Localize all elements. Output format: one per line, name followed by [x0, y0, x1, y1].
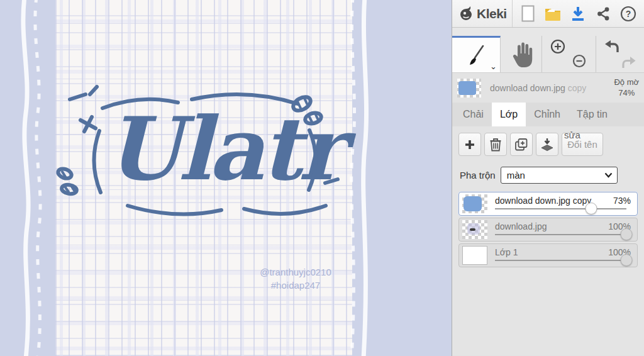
layer-opacity-slider[interactable] [495, 234, 626, 235]
kleki-logo-icon [458, 5, 475, 22]
brush-icon [464, 43, 488, 68]
layer-name: download.jpg [495, 221, 547, 231]
tab-brush[interactable]: Chải [455, 103, 492, 126]
hand-icon [509, 40, 534, 68]
layer-opacity-value: 73% [613, 196, 631, 206]
kleki-side-panel: Kleki [452, 0, 644, 356]
layer-opacity-handle[interactable] [621, 254, 633, 266]
hand-lettering-text: Ulatr [106, 106, 332, 192]
zoom-tools [542, 36, 596, 72]
blend-mode-value: màn [507, 170, 525, 181]
layer-opacity-handle[interactable] [621, 228, 633, 240]
svg-text:?: ? [626, 9, 631, 19]
redo-button[interactable] [621, 54, 638, 69]
layer-name: Lớp 1 [495, 247, 518, 257]
app-title: Kleki [477, 6, 507, 21]
layer-actions-row: Đổi tên sửa [452, 126, 644, 156]
layer-row[interactable]: Lớp 1 100% [458, 243, 638, 267]
layer-row[interactable]: download.jpg 100% [458, 218, 638, 242]
help-button[interactable]: ? [619, 4, 638, 23]
save-download-button[interactable] [569, 4, 587, 23]
layer-row[interactable]: download down.jpg copy 73% [458, 192, 638, 216]
trash-icon [489, 137, 502, 152]
zoom-in-button[interactable] [550, 38, 566, 55]
opacity-label: Độ mờ [614, 77, 639, 88]
tab-edit[interactable]: Chỉnh [526, 103, 569, 126]
delete-layer-button[interactable] [484, 133, 507, 156]
layer-thumbnail [462, 246, 487, 265]
new-file-button[interactable] [519, 4, 538, 23]
topbar-actions: ? [513, 0, 644, 27]
merge-down-icon [540, 137, 555, 152]
new-file-icon [521, 5, 535, 22]
folder-icon [544, 6, 562, 21]
drawing-canvas[interactable]: Ulatr @tranthuyjc0 [0, 0, 452, 356]
duplicate-layer-button[interactable] [510, 133, 533, 156]
chevron-down-icon[interactable]: ⌄ [490, 62, 497, 70]
share-button[interactable] [594, 4, 613, 23]
download-icon [570, 6, 586, 22]
chevron-down-icon [604, 172, 613, 178]
merge-layer-button[interactable] [536, 133, 558, 156]
brush-tool-button[interactable]: ⌄ [452, 36, 501, 72]
opacity-value: 74% [614, 88, 639, 99]
rename-layer-button[interactable]: Đổi tên [562, 133, 603, 156]
watermark-line1: @tranthuyjc0210 [230, 265, 361, 279]
kleki-logo[interactable]: Kleki [452, 0, 512, 27]
blend-mode-select[interactable]: màn [501, 167, 618, 184]
active-layer-info: download down.jpg copy Độ mờ 74% [452, 73, 644, 103]
tab-file[interactable]: Tập tin [569, 103, 616, 126]
undo-button[interactable] [602, 38, 620, 55]
opacity-indicator: Độ mờ 74% [614, 77, 640, 99]
history-tools [596, 36, 644, 72]
layer-opacity-handle[interactable] [585, 203, 597, 214]
plus-icon [464, 138, 476, 151]
tab-layers[interactable]: Lớp [492, 103, 526, 126]
zoom-out-button[interactable] [572, 53, 587, 69]
help-icon: ? [620, 6, 636, 22]
active-layer-thumbnail [457, 79, 481, 97]
share-icon [596, 6, 611, 21]
tool-row: ⌄ [452, 28, 644, 73]
duplicate-icon [514, 137, 529, 152]
blend-mode-label: Pha trộn [460, 170, 496, 181]
layer-thumbnail [462, 194, 487, 213]
layers-tab-content: Đổi tên sửa Pha trộn màn download down.j… [452, 126, 644, 355]
active-layer-name: download down.jpg copy [490, 83, 614, 93]
top-toolbar: Kleki [452, 0, 644, 28]
layer-list: download down.jpg copy 73% download.jpg … [458, 192, 638, 267]
layer-thumbnail [462, 220, 487, 239]
add-layer-button[interactable] [458, 133, 481, 156]
layer-opacity-slider[interactable] [495, 260, 626, 261]
watermark: @tranthuyjc0210 #hoidap247 [230, 265, 361, 292]
panel-tabs: Chải Lớp Chỉnh Tập tin [452, 103, 644, 126]
watermark-line2: #hoidap247 [230, 279, 361, 292]
open-file-button[interactable] [543, 4, 562, 23]
layer-name: download down.jpg copy [495, 196, 591, 206]
blend-mode-row: Pha trộn màn [460, 167, 644, 184]
hand-tool-button[interactable] [501, 36, 542, 72]
layer-opacity-slider[interactable] [495, 208, 626, 209]
